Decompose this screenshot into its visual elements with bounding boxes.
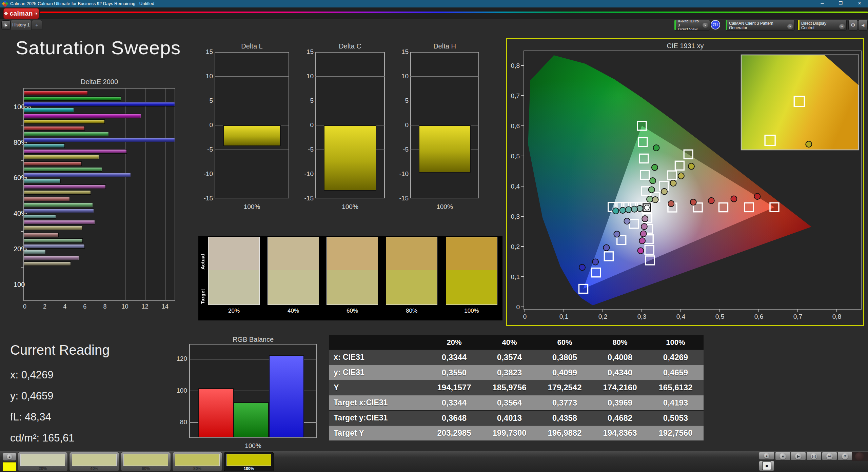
- measurement-marker: [649, 187, 655, 193]
- record-knob: [855, 452, 864, 460]
- chevron-down-icon: ▼: [839, 24, 845, 29]
- actual-target-swatches: 20%40%60%80%100%ActualTarget: [198, 236, 502, 320]
- deltae-bar-green: [24, 238, 83, 243]
- deltae-bar-blue: [24, 102, 175, 106]
- meter-count-badge[interactable]: 711: [711, 20, 720, 29]
- measurement-marker: [579, 264, 585, 270]
- close-icon[interactable]: ✕: [854, 1, 865, 6]
- settings-button[interactable]: ⚙: [848, 20, 858, 31]
- measurement-marker: [670, 180, 676, 186]
- y-axis-tick-label: 0: [395, 121, 409, 129]
- x-axis-category-label: 100%: [436, 203, 453, 211]
- deltae-bar-yellow: [24, 190, 91, 195]
- table-value-cell: 203,2985: [427, 426, 482, 440]
- gridline: [215, 174, 289, 174]
- table-row-label: Target Y: [329, 426, 427, 440]
- chevron-left-icon: ◀: [862, 23, 864, 27]
- minimize-icon[interactable]: ─: [816, 1, 828, 6]
- table-row-label: Target y:CIE31: [329, 411, 427, 426]
- loop-button[interactable]: ∞: [822, 452, 837, 460]
- y-axis-group-label: 40%: [14, 210, 22, 217]
- pattern-list-up-button[interactable]: ▲: [3, 453, 16, 461]
- y-axis-tick-label: 80: [173, 418, 187, 426]
- display-control-selector[interactable]: Direct Display Control ▼: [797, 20, 847, 31]
- meter-selector[interactable]: X-Rite i1Pro 3 Direct View ▼: [674, 20, 710, 31]
- swatch-column-label: 80%: [386, 308, 437, 314]
- y-axis-tick-label: 15: [199, 48, 213, 56]
- table-value-cell: 0,5053: [648, 411, 704, 426]
- table-value-cell: 0,4340: [592, 365, 648, 380]
- pattern-window-button[interactable]: ■: [759, 461, 774, 471]
- gridline: [165, 88, 165, 301]
- refresh-icon: ⟳: [842, 453, 848, 459]
- pattern-swatch-100%[interactable]: 100%: [224, 452, 274, 471]
- y-axis-tick-label: 0,8: [511, 62, 520, 69]
- current-pattern-color: [3, 462, 16, 471]
- stop-button[interactable]: ■: [775, 452, 790, 460]
- pattern-generator-label: CalMAN Client 3 Pattern Generator: [727, 20, 787, 30]
- pattern-swatch-60%[interactable]: 60%: [121, 452, 171, 471]
- play-button[interactable]: ▶: [791, 452, 806, 460]
- table-header-cell: 80%: [592, 335, 648, 350]
- x-axis-tick-label: 0: [523, 313, 527, 320]
- tab-history[interactable]: History 1: [11, 20, 32, 30]
- measurement-marker: [650, 178, 656, 184]
- pattern-swatch-label: 100%: [224, 466, 274, 471]
- deltae-bar-green: [24, 96, 121, 101]
- rgb-balance-chart: RGB Balance12010080100%: [170, 336, 326, 451]
- x-axis-tick-label: 0,8: [832, 313, 841, 320]
- table-value-cell: 0,3344: [427, 395, 482, 410]
- results-table: 20%40%60%80%100%x: CIE310,33440,35740,38…: [329, 335, 704, 440]
- table-row-label: Y: [329, 380, 427, 395]
- deltae-bar-blue: [24, 209, 94, 213]
- deltae-bar-green: [24, 132, 109, 136]
- table-value-cell: 0,3564: [482, 395, 537, 410]
- measurement-marker: [652, 197, 658, 203]
- pattern-swatch-40%[interactable]: 40%: [69, 452, 119, 471]
- pattern-bar: ▲ 20%40%60%80%100% ▲ ■ ■▶[··]∞⟳ « Back N…: [0, 451, 868, 472]
- collapse-toolbar-button[interactable]: ◀: [858, 20, 868, 31]
- y-axis-tick-label: 120: [173, 355, 187, 362]
- pattern-window-icon: ■: [762, 461, 771, 470]
- refresh-button[interactable]: ⟳: [837, 452, 853, 460]
- deltae-bar-blue: [24, 173, 131, 177]
- table-value-cell: 0,4013: [482, 411, 537, 426]
- table-header-row: 20%40%60%80%100%: [329, 335, 704, 350]
- y-axis-group-label: 60%: [14, 174, 22, 182]
- deltae-bar-magenta: [24, 256, 79, 260]
- rgb-bar-blue: [269, 355, 304, 437]
- maximize-icon[interactable]: ❐: [835, 1, 846, 6]
- table-row-label: x: CIE31: [329, 350, 427, 365]
- transport-collapse-button[interactable]: ▲: [759, 452, 774, 460]
- measurement-marker: [647, 196, 653, 202]
- gridline: [410, 101, 479, 101]
- deltae-bar-yellow: [24, 226, 83, 230]
- table-value-cell: 0,3648: [427, 411, 482, 426]
- add-tab-button[interactable]: +: [31, 20, 42, 30]
- x-axis-tick-label: 0,2: [598, 313, 607, 320]
- table-value-cell: 0,4358: [537, 411, 592, 426]
- x-axis-tick-label: 2: [40, 303, 50, 310]
- page-title: Saturation Sweeps: [16, 37, 181, 59]
- calman-menu-button[interactable]: ❖ calman ▼: [3, 8, 39, 19]
- deltae-chart-title: DeltaE 2000: [81, 78, 118, 86]
- y-axis-tick-label: -5: [300, 146, 314, 153]
- table-row: Y194,1577185,9756179,2542174,2160165,613…: [329, 380, 704, 395]
- pattern-swatch-80%[interactable]: 80%: [172, 452, 222, 471]
- deltae-bar-yellow: [24, 261, 71, 266]
- table-value-cell: 0,3574: [482, 350, 537, 365]
- table-row-label: y: CIE31: [329, 365, 427, 380]
- y-axis-tick-label: 0,5: [511, 153, 520, 160]
- table-row-label: Target x:CIE31: [329, 395, 427, 410]
- y-axis-group-label: 20%: [14, 245, 22, 253]
- pattern-swatch-20%[interactable]: 20%: [18, 452, 68, 471]
- y-axis-tick-label: 0,6: [511, 122, 520, 130]
- table-value-cell: 174,2160: [592, 380, 648, 395]
- rgb-balance-title: RGB Balance: [233, 336, 274, 343]
- app-header: ❖ calman ▼: [0, 7, 868, 19]
- y-axis-tick-label: 10: [199, 73, 213, 80]
- step-button[interactable]: [··]: [806, 452, 822, 460]
- pattern-generator-selector[interactable]: CalMAN Client 3 Pattern Generator ▼: [725, 20, 795, 31]
- current-reading-y: y: 0,4659: [10, 390, 54, 402]
- tab-scroll-button[interactable]: ▶: [1, 20, 11, 30]
